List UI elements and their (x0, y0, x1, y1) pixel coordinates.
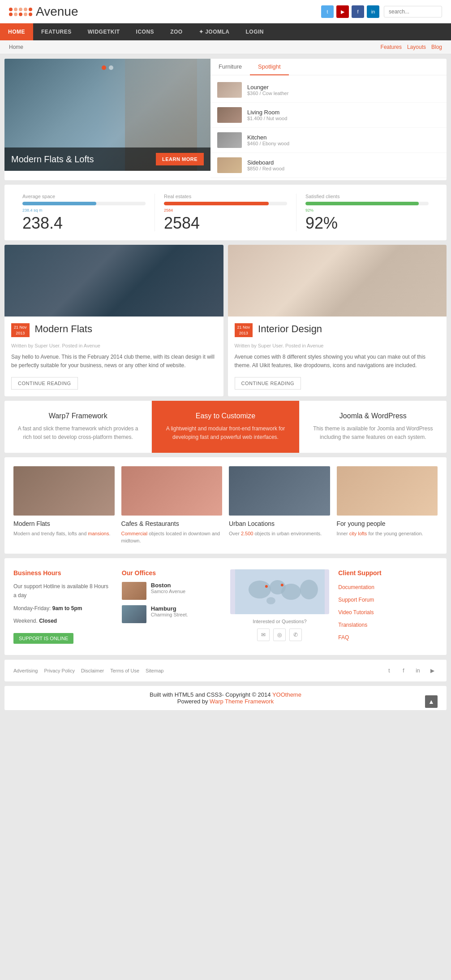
hero-title: Modern Flats & Lofts (11, 154, 94, 165)
furniture-item-sideboard[interactable]: Sideboard $850 / Red wood (210, 153, 447, 178)
continue-reading-interior-button[interactable]: CONTINUE READING (235, 377, 301, 390)
nav-widgetkit[interactable]: WIDGETKIT (80, 23, 128, 40)
breadcrumb-features[interactable]: Features (381, 44, 402, 50)
office-boston: Boston Samcro Avenue (122, 582, 221, 600)
office-street-boston: Samcro Avenue (151, 589, 185, 594)
nav-icons[interactable]: ICONS (128, 23, 163, 40)
twitter-icon[interactable]: t (321, 5, 334, 18)
nav-zoo[interactable]: ZOO (162, 23, 191, 40)
breadcrumb-right: Features Layouts Blog (381, 44, 442, 50)
support-online-button[interactable]: SUPPORT IS ONLINE (13, 633, 73, 644)
footer-info: Business Hours Our support Hotline is av… (4, 558, 447, 655)
footer-twitter-icon[interactable]: t (384, 665, 395, 676)
category-link-2500[interactable]: 2.500 (241, 531, 253, 536)
blog-card-interior: 21 Nov2013 Interior Design Written by Su… (228, 245, 447, 396)
logo-dot (19, 13, 22, 16)
blog-excerpt-interior: Avenue comes with 8 different styles sho… (235, 353, 440, 370)
category-img-3 (229, 466, 330, 516)
copyright-yootheme-link[interactable]: YOOtheme (272, 691, 301, 698)
breadcrumb-home[interactable]: Home (9, 44, 23, 50)
link-support-forum[interactable]: Support Forum (338, 594, 438, 605)
stat-space: Average space 238.4 sq m 238.4 (13, 194, 155, 231)
nav-features[interactable]: FEATURES (33, 23, 80, 40)
footer-link-privacy[interactable]: Privacy Policy (44, 668, 74, 673)
category-link-mansions[interactable]: mansions (88, 531, 109, 536)
phone-icon[interactable]: ✆ (289, 629, 302, 641)
furniture-price: $850 / Red wood (247, 166, 284, 171)
nav-joomla[interactable]: ✦ JOOMLA (191, 23, 238, 40)
svg-point-3 (281, 584, 301, 600)
logo: Avenue (9, 4, 78, 19)
hero-dots (102, 65, 113, 70)
stat-clients-label: Satisfied clients (305, 194, 429, 199)
nav-home[interactable]: HOME (0, 23, 33, 40)
furniture-item-lounger[interactable]: Lounger $360 / Cow leather (210, 78, 447, 103)
footer-facebook-icon[interactable]: f (398, 665, 409, 676)
category-link-commercial[interactable]: Commercial (121, 531, 148, 536)
furniture-name: Lounger (247, 84, 288, 91)
hero-dot-2[interactable] (109, 65, 113, 70)
blog-meta-flats: Written by Super User. Posted in Avenue (11, 343, 217, 348)
stat-space-label: Average space (22, 194, 146, 199)
link-documentation[interactable]: Documentation (338, 582, 438, 593)
link-faq[interactable]: FAQ (338, 632, 438, 643)
svg-point-1 (248, 581, 271, 598)
business-hours-weekend-val: Closed (39, 618, 57, 624)
furniture-img-lounger (217, 82, 242, 98)
footer-link-disclaimer[interactable]: Disclaimer (81, 668, 104, 673)
youtube-icon[interactable]: ▶ (336, 5, 349, 18)
footer-link-terms[interactable]: Terms of Use (110, 668, 139, 673)
footer-nav-links: Advertising Privacy Policy Disclaimer Te… (13, 668, 163, 673)
search-input[interactable] (384, 6, 442, 17)
hero-caption: Modern Flats & Lofts LEARN MORE (4, 147, 210, 171)
furniture-name: Kitchen (247, 134, 289, 141)
office-street-hamburg: Charming Street. (151, 612, 188, 617)
category-desc-1: Modern and trendy flats, lofts and mansi… (13, 530, 115, 538)
furniture-item-kitchen[interactable]: Kitchen $460 / Ebony wood (210, 128, 447, 153)
business-hours-weekend: Weekend. Closed (13, 616, 113, 625)
logo-dot (29, 8, 32, 11)
location-icon[interactable]: ◎ (273, 629, 286, 641)
linkedin-icon[interactable]: in (367, 5, 379, 18)
scroll-to-top-button[interactable]: ▲ (425, 695, 438, 708)
furniture-price: $1.400 / Nut wood (247, 116, 287, 121)
hero-section: Modern Flats & Lofts LEARN MORE Furnitur… (4, 59, 447, 180)
link-video-tutorials[interactable]: Video Tutorials (338, 607, 438, 618)
copyright-text1: Built with HTML5 and CSS3- Copyright © 2… (150, 691, 272, 698)
category-young: For young people Inner city lofts for th… (337, 466, 438, 545)
hero-dot-1[interactable] (102, 65, 106, 70)
breadcrumb-blog[interactable]: Blog (431, 44, 442, 50)
footer-linkedin-icon[interactable]: in (412, 665, 423, 676)
breadcrumb-layouts[interactable]: Layouts (407, 44, 426, 50)
category-link-lofts[interactable]: city lofts (349, 531, 367, 536)
feature-joomla-title: Joomla & WordPress (309, 412, 438, 420)
stat-estates-sublabel: 2584 (164, 208, 287, 212)
link-translations[interactable]: Translations (338, 620, 438, 630)
footer-business-hours: Business Hours Our support Hotline is av… (13, 569, 113, 644)
copyright-text2: Powered by (177, 698, 210, 705)
facebook-icon[interactable]: f (352, 5, 364, 18)
hero-learn-more-button[interactable]: LEARN MORE (156, 153, 204, 165)
feature-customize-desc: A lightweight and modular front-end fram… (161, 425, 290, 442)
furniture-list: Lounger $360 / Cow leather Living Room $… (210, 75, 447, 180)
map-svg (230, 569, 330, 614)
office-img-hamburg (122, 605, 146, 623)
category-section: Modern Flats Modern and trendy flats, lo… (4, 457, 447, 554)
footer-link-sitemap[interactable]: Sitemap (146, 668, 163, 673)
email-icon[interactable]: ✉ (257, 629, 270, 641)
furniture-tabs: Furniture Spotlight (210, 59, 447, 75)
social-icons: t ▶ f in (321, 5, 379, 18)
footer-youtube-icon[interactable]: ▶ (427, 665, 438, 676)
continue-reading-flats-button[interactable]: CONTINUE READING (11, 377, 78, 390)
blog-date-interior: 21 Nov2013 (235, 323, 253, 337)
category-cafes: Cafes & Restaurants Commercial objects l… (121, 466, 223, 545)
tab-spotlight[interactable]: Spotlight (250, 59, 289, 75)
furniture-item-living[interactable]: Living Room $1.400 / Nut wood (210, 103, 447, 128)
nav-login[interactable]: LOGIN (237, 23, 272, 40)
tab-furniture[interactable]: Furniture (210, 59, 250, 75)
header-right: t ▶ f in (321, 5, 442, 18)
map-text: Interested or Questions? (253, 619, 306, 624)
office-info-hamburg: Hamburg Charming Street. (151, 605, 188, 617)
copyright-warp-link[interactable]: Warp Theme Framework (210, 698, 274, 705)
footer-link-advertising[interactable]: Advertising (13, 668, 38, 673)
